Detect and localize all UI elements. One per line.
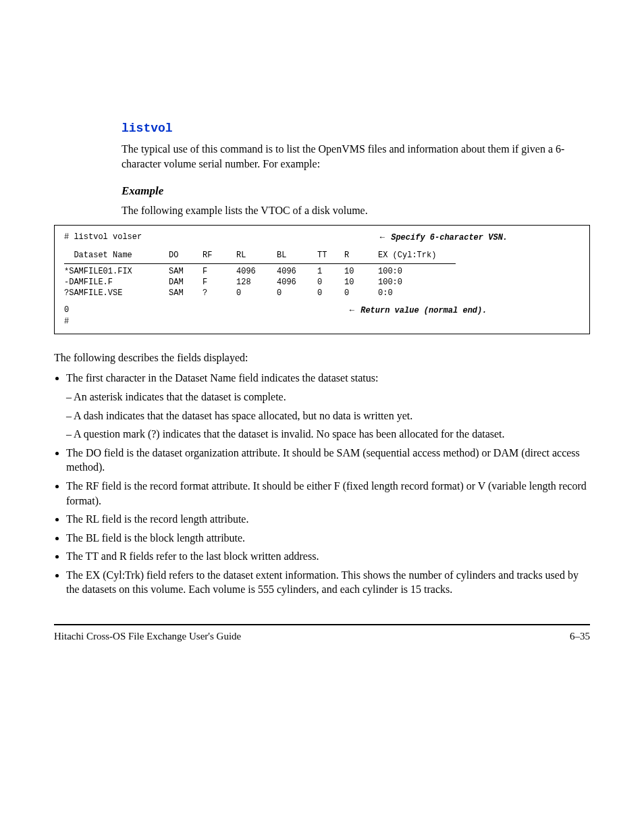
- command-heading: listvol: [122, 122, 590, 135]
- list-item: The RL field is the record length attrib…: [66, 512, 590, 527]
- intro-paragraph: The typical use of this command is to li…: [122, 142, 590, 171]
- table-row: *SAMFILE01.FIX SAM F 4096 4096 1 10 100:…: [64, 267, 580, 278]
- list-item: The DO field is the dataset organization…: [66, 446, 590, 475]
- sub-item: – An asterisk indicates that the dataset…: [66, 390, 590, 405]
- command-text: listvol volser: [74, 232, 142, 242]
- table-rule: [64, 263, 456, 264]
- list-item: The first character in the Dataset Name …: [66, 371, 590, 441]
- left-arrow-icon: ←: [378, 232, 386, 242]
- left-arrow-icon: ←: [348, 305, 356, 315]
- footer-rule: [54, 624, 590, 625]
- return-value: 0: [64, 305, 69, 315]
- code-example-box: # listvol volser ← Specify 6-character V…: [54, 225, 590, 334]
- return-note: Return value (normal end).: [360, 306, 487, 315]
- field-explanation-list: The first character in the Dataset Name …: [54, 371, 590, 597]
- sub-item: – A dash indicates that the dataset has …: [66, 409, 590, 423]
- list-item: The RF field is the record format attrib…: [66, 479, 590, 508]
- example-subhead: Example: [122, 184, 590, 198]
- list-item: The EX (Cyl:Trk) field refers to the dat…: [66, 568, 590, 597]
- example-description: The following example lists the VTOC of …: [122, 205, 590, 217]
- sub-item: – A question mark (?) indicates that the…: [66, 427, 590, 442]
- prompt: #: [64, 232, 74, 242]
- table-header-row: Dataset Name DO RF RL BL TT R EX (Cyl:Tr…: [64, 251, 580, 261]
- list-item: The BL field is the block length attribu…: [66, 531, 590, 546]
- table-row: -DAMFILE.F DAM F 128 4096 0 10 100:0: [64, 278, 580, 288]
- command-note: Specify 6-character VSN.: [391, 233, 508, 242]
- final-prompt: #: [64, 317, 580, 328]
- table-row: ?SAMFILE.VSE SAM ? 0 0 0 0 0:0: [64, 288, 580, 299]
- list-item: The TT and R fields refer to the last bl…: [66, 549, 590, 564]
- explanation-lead: The following describes the fields displ…: [54, 352, 590, 364]
- page-number: 6–35: [570, 631, 590, 642]
- footer-title: Hitachi Cross-OS File Exchange User's Gu…: [54, 631, 241, 642]
